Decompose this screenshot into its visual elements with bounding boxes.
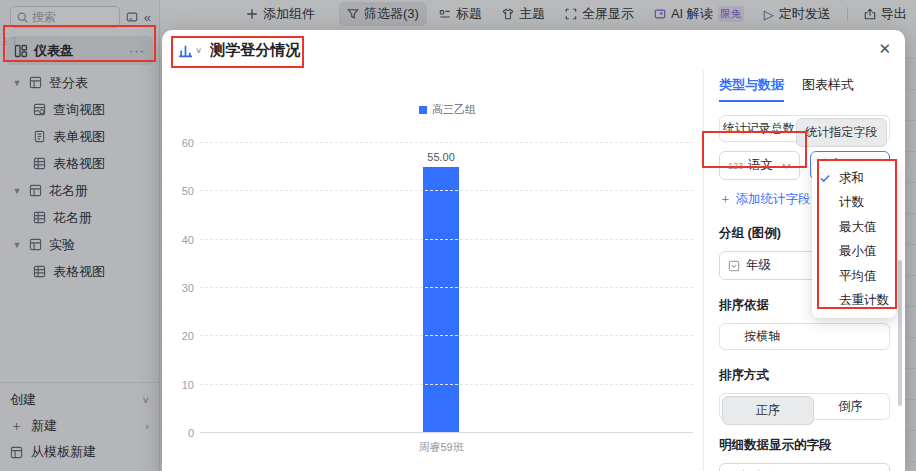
sort-asc-option[interactable]: 正序 [722, 396, 814, 425]
chart-title: 测学登分情况 [210, 41, 300, 60]
gridline: 40 [200, 239, 693, 240]
sort-direction-segmented: 正序 倒序 [719, 393, 890, 420]
bar-value-label: 55.00 [427, 151, 455, 163]
y-tick-label: 40 [172, 234, 194, 246]
y-tick-label: 60 [172, 137, 194, 149]
select-field-type-icon [728, 260, 740, 272]
modal-header: ˅ 测学登分情况 ✕ [162, 30, 905, 70]
x-axis-label: 周睿59班 [418, 440, 463, 455]
panel-tabs: 类型与数据 图表样式 [719, 76, 890, 102]
number-field-type-icon: 123 [728, 161, 743, 171]
menu-item-label: 求和 [839, 170, 864, 187]
sort-by-control[interactable]: 按横轴 [719, 323, 890, 350]
menu-item-label: 最大值 [839, 219, 877, 236]
gridline: 10 [200, 384, 693, 385]
y-tick-label: 50 [172, 185, 194, 197]
legend-swatch [419, 106, 427, 114]
chevron-down-icon[interactable]: ˅ [196, 46, 201, 56]
gridline: 0 [200, 432, 693, 433]
sort-by-hidden-option[interactable] [805, 324, 890, 349]
menu-item-label: 去重计数 [839, 292, 889, 309]
sort-desc-option[interactable]: 倒序 [814, 396, 888, 417]
chart-legend[interactable]: 高三乙组 [200, 102, 695, 117]
sort-by-horizontal-option[interactable]: 按横轴 [720, 324, 805, 349]
y-tick-label: 30 [172, 282, 194, 294]
menu-item-sum[interactable]: 求和 [812, 166, 896, 191]
gridline: 20 [200, 335, 693, 336]
y-tick-label: 10 [172, 379, 194, 391]
gridline: 50 [200, 190, 693, 191]
chart-config-modal: ˅ 测学登分情况 ✕ 高三乙组 55.00 周睿59班 010203040506… [162, 30, 905, 471]
y-tick-label: 0 [172, 427, 194, 439]
add-stat-field-label: 添加统计字段 [736, 191, 811, 208]
bar[interactable]: 55.00 [423, 167, 459, 433]
stat-mode-segmented: 统计记录总数 统计指定字段 [719, 115, 890, 142]
tab-type-and-data[interactable]: 类型与数据 [719, 76, 784, 102]
field-select[interactable]: 123 语文 [719, 151, 800, 180]
menu-item-label: 计数 [839, 194, 864, 211]
menu-item-label: 最小值 [839, 243, 877, 260]
field-select-value: 语文 [748, 157, 773, 174]
plot-area: 55.00 周睿59班 0102030405060 [200, 143, 693, 433]
sort-direction-label: 排序方式 [719, 367, 890, 384]
menu-item-max[interactable]: 最大值 [812, 215, 896, 240]
gridline: 30 [200, 287, 693, 288]
menu-item-distinct-count[interactable]: 去重计数 [812, 289, 896, 314]
legend-label: 高三乙组 [432, 102, 476, 117]
close-icon[interactable]: ✕ [878, 40, 891, 58]
chevron-down-icon [782, 163, 791, 169]
panel-scrollbar[interactable] [898, 260, 902, 406]
y-tick-label: 20 [172, 330, 194, 342]
menu-item-min[interactable]: 最小值 [812, 240, 896, 265]
menu-item-count[interactable]: 计数 [812, 191, 896, 216]
bar-chart-icon[interactable] [178, 43, 193, 58]
tab-chart-style[interactable]: 图表样式 [802, 76, 854, 102]
aggregation-dropdown-menu: 求和 计数 最大值 最小值 平均值 去重计数 [812, 161, 896, 318]
plus-icon: ＋ [719, 191, 732, 208]
chart-pane: 高三乙组 55.00 周睿59班 0102030405060 [162, 70, 703, 471]
menu-item-average[interactable]: 平均值 [812, 264, 896, 289]
stat-specified-field-option[interactable]: 统计指定字段 [796, 118, 888, 147]
detail-fields-label: 明细数据显示的字段 [719, 437, 890, 454]
check-icon [820, 174, 830, 183]
stat-total-records-option[interactable]: 统计记录总数 [722, 118, 796, 139]
gridline: 60 [200, 142, 693, 143]
group-select-value: 年级 [746, 257, 771, 274]
detail-fields-select[interactable]: 全部字段 [719, 463, 890, 471]
screen: « ⋮⋮ 仪表盘 ··· ▼ 登分表 [0, 0, 916, 471]
menu-item-label: 平均值 [839, 268, 877, 285]
